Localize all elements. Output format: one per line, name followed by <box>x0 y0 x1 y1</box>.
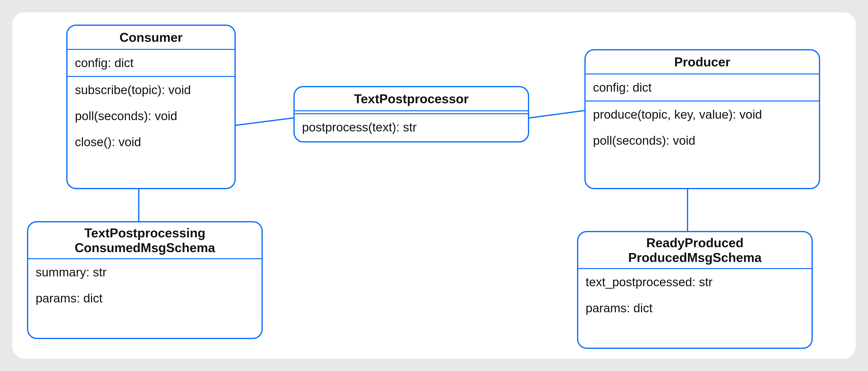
class-textpostprocessor-title: TextPostprocessor <box>294 87 528 110</box>
assoc-textpost-producer <box>529 111 584 118</box>
class-produced-schema-title: ReadyProduced ProducedMsgSchema <box>578 232 811 268</box>
class-producer: Producer config: dict produce(topic, key… <box>584 49 820 189</box>
consumed-schema-attr-1: params: dict <box>28 285 261 311</box>
divider-double <box>294 110 528 114</box>
produced-schema-attr-0: text_postprocessed: str <box>578 269 811 295</box>
produced-schema-title-l1: ReadyProduced <box>581 236 809 250</box>
class-consumed-schema: TextPostprocessing ConsumedMsgSchema sum… <box>27 221 263 339</box>
class-consumed-schema-title: TextPostprocessing ConsumedMsgSchema <box>28 222 261 258</box>
produced-schema-attr-1: params: dict <box>578 295 811 321</box>
producer-method-0: produce(topic, key, value): void <box>586 102 819 127</box>
consumer-method-2: close(): void <box>67 129 235 155</box>
textpost-method-0: postprocess(text): str <box>294 114 528 140</box>
class-consumer: Consumer config: dict subscribe(topic): … <box>66 25 236 189</box>
producer-method-1: poll(seconds): void <box>586 127 819 153</box>
consumed-schema-title-l1: TextPostprocessing <box>31 226 259 240</box>
consumer-attr-0: config: dict <box>67 50 235 76</box>
producer-attr-0: config: dict <box>586 75 819 101</box>
consumed-schema-title-l2: ConsumedMsgSchema <box>31 240 259 255</box>
consumer-method-1: poll(seconds): void <box>67 103 235 129</box>
diagram-canvas: Consumer config: dict subscribe(topic): … <box>12 12 856 359</box>
class-producer-title: Producer <box>586 50 819 74</box>
class-produced-schema: ReadyProduced ProducedMsgSchema text_pos… <box>577 231 813 349</box>
assoc-consumer-textpost <box>236 118 293 125</box>
class-textpostprocessor: TextPostprocessor postprocess(text): str <box>293 86 529 143</box>
consumed-schema-attr-0: summary: str <box>28 259 261 285</box>
produced-schema-title-l2: ProducedMsgSchema <box>581 250 809 265</box>
consumer-method-0: subscribe(topic): void <box>67 77 235 103</box>
class-consumer-title: Consumer <box>67 26 235 49</box>
